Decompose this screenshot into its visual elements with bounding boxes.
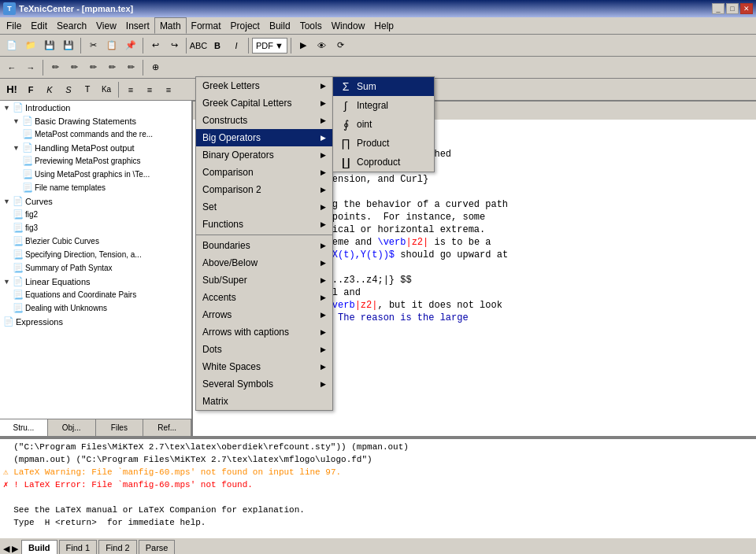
submenu-product[interactable]: ∏ Product — [333, 134, 434, 153]
submenu-integral[interactable]: ∫ Integral — [333, 96, 434, 115]
menu-functions[interactable]: Functions ▶ — [196, 216, 332, 233]
tb3-align3[interactable]: ≡ — [160, 81, 177, 98]
build-target[interactable]: PDF ▼ — [252, 38, 287, 54]
tree-item-using[interactable]: 📃 Using MetaPost graphics in \Te... — [0, 168, 191, 181]
arrow-left-button[interactable]: ← — [3, 59, 20, 76]
spell-button[interactable]: ABC — [190, 37, 207, 54]
tb3-align2[interactable]: ≡ — [141, 81, 158, 98]
tree-item-introduction[interactable]: ▼ 📄 Introduction — [0, 101, 191, 114]
tb2-btn4[interactable]: ✏ — [103, 59, 120, 76]
tb3-bf[interactable]: F — [22, 81, 39, 98]
menu-matrix[interactable]: Matrix — [196, 393, 332, 410]
copy-button[interactable]: 📋 — [103, 37, 120, 54]
menu-build[interactable]: Build — [265, 17, 295, 34]
menu-above-below[interactable]: Above/Below ▶ — [196, 254, 332, 271]
synctex-button[interactable]: ⟳ — [332, 37, 350, 54]
tree-item-linear[interactable]: ▼ 📄 Linear Equations — [0, 275, 191, 288]
menu-math[interactable]: Math — [154, 17, 187, 34]
tree-item-equations[interactable]: 📃 Equations and Coordinate Pairs — [0, 288, 191, 301]
view-button[interactable]: 👁 — [313, 37, 331, 54]
minimize-button[interactable]: _ — [712, 3, 724, 14]
bold-button[interactable]: B — [209, 37, 226, 54]
expand-icon[interactable]: ▼ — [3, 104, 11, 112]
expand-icon[interactable]: ▼ — [3, 278, 11, 286]
redo-button[interactable]: ↪ — [165, 37, 183, 54]
menu-comparison[interactable]: Comparison ▶ — [196, 164, 332, 181]
menu-comparison2[interactable]: Comparison 2 ▶ — [196, 181, 332, 198]
tb3-tt[interactable]: T — [79, 81, 96, 98]
bottom-tab-find1[interactable]: Find 1 — [59, 540, 98, 554]
tb3-h[interactable]: H! — [3, 81, 20, 98]
bottom-tab-find2[interactable]: Find 2 — [98, 540, 137, 554]
menu-constructs[interactable]: Constructs ▶ — [196, 112, 332, 129]
menu-sub-super[interactable]: Sub/Super ▶ — [196, 271, 332, 289]
submenu-sum[interactable]: Σ Sum — [333, 77, 434, 96]
tree-item-curves[interactable]: ▼ 📄 Curves — [0, 194, 191, 208]
menu-tools[interactable]: Tools — [295, 17, 327, 34]
tb2-btn2[interactable]: ✏ — [65, 59, 83, 76]
tree-item-fig2[interactable]: 📃 fig2 — [0, 208, 191, 221]
tab-objects[interactable]: Obj... — [48, 419, 96, 436]
tb2-btn1[interactable]: ✏ — [46, 59, 64, 76]
menu-window[interactable]: Window — [327, 17, 370, 34]
tree-item-specifying[interactable]: 📃 Specifying Direction, Tension, a... — [0, 248, 191, 261]
tb3-align1[interactable]: ≡ — [122, 81, 139, 98]
menu-help[interactable]: Help — [369, 17, 398, 34]
tab-structure[interactable]: Stru... — [0, 419, 48, 436]
menu-white-spaces[interactable]: White Spaces ▶ — [196, 358, 332, 375]
undo-button[interactable]: ↩ — [146, 37, 164, 54]
menu-edit[interactable]: Edit — [26, 17, 52, 34]
tree-item-filename[interactable]: 📃 File name templates — [0, 181, 191, 194]
tb2-btn3[interactable]: ✏ — [84, 59, 102, 76]
new-button[interactable]: 📄 — [3, 37, 20, 54]
bottom-tab-parse[interactable]: Parse — [139, 540, 176, 554]
tree-item-previewing[interactable]: 📃 Previewing MetaPost graphics — [0, 154, 191, 168]
tree-item-fig3[interactable]: 📃 fig3 — [0, 221, 191, 235]
menu-file[interactable]: File — [2, 17, 26, 34]
save-all-button[interactable]: 💾 — [60, 37, 77, 54]
tree-item-expressions[interactable]: 📄 Expressions — [0, 315, 191, 328]
bottom-tab-build[interactable]: Build — [21, 540, 57, 554]
italic-button[interactable]: I — [228, 37, 245, 54]
nav-arrows[interactable]: ◀ ▶ — [3, 544, 18, 554]
tree-item-basic-drawing[interactable]: ▼ 📄 Basic Drawing Statements — [0, 114, 191, 127]
tb3-sl[interactable]: S — [60, 81, 77, 98]
menu-view[interactable]: View — [91, 17, 121, 34]
paste-button[interactable]: 📌 — [122, 37, 139, 54]
menu-dots[interactable]: Dots ▶ — [196, 341, 332, 358]
menu-search[interactable]: Search — [52, 17, 91, 34]
open-button[interactable]: 📁 — [22, 37, 39, 54]
menu-insert[interactable]: Insert — [121, 17, 154, 34]
save-button[interactable]: 💾 — [41, 37, 58, 54]
submenu-coproduct[interactable]: ∐ Coproduct — [333, 153, 434, 172]
tab-ref[interactable]: Ref... — [143, 419, 191, 436]
menu-greek-letters[interactable]: Greek Letters ▶ — [196, 77, 332, 94]
tb2-btn6[interactable]: ⊕ — [146, 59, 164, 76]
menu-arrows-captions[interactable]: Arrows with captions ▶ — [196, 323, 332, 341]
arrow-right-button[interactable]: → — [22, 59, 39, 76]
menu-set[interactable]: Set ▶ — [196, 198, 332, 216]
menu-project[interactable]: Project — [226, 17, 265, 34]
tab-files[interactable]: Files — [96, 419, 144, 436]
expand-icon[interactable]: ▼ — [13, 117, 20, 125]
close-button[interactable]: ✕ — [740, 3, 753, 14]
tree-item-handling[interactable]: ▼ 📄 Handling MetaPost output — [0, 141, 191, 154]
menu-arrows[interactable]: Arrows ▶ — [196, 306, 332, 323]
maximize-button[interactable]: □ — [726, 3, 739, 14]
tb3-sc[interactable]: Ka — [98, 81, 115, 98]
menu-several-symbols[interactable]: Several Symbols ▶ — [196, 375, 332, 393]
compile-button[interactable]: ▶ — [295, 37, 312, 54]
menu-greek-capital[interactable]: Greek Capital Letters ▶ — [196, 94, 332, 112]
expand-icon[interactable]: ▼ — [3, 198, 11, 205]
cut-button[interactable]: ✂ — [84, 37, 102, 54]
menu-boundaries[interactable]: Boundaries ▶ — [196, 237, 332, 254]
menu-binary-operators[interactable]: Binary Operators ▶ — [196, 146, 332, 164]
submenu-oint[interactable]: ∮ oint — [333, 115, 434, 134]
expand-icon[interactable]: ▼ — [13, 144, 20, 152]
tree-item-bezier[interactable]: 📃 B\ezier Cubic Curves — [0, 235, 191, 248]
menu-big-operators[interactable]: Big Operators ▶ — [196, 129, 332, 146]
menu-accents[interactable]: Accents ▶ — [196, 289, 332, 306]
tb2-btn5[interactable]: ✏ — [122, 59, 139, 76]
menu-format[interactable]: Format — [187, 17, 226, 34]
tree-item-dealing[interactable]: 📃 Dealing with Unknowns — [0, 301, 191, 315]
